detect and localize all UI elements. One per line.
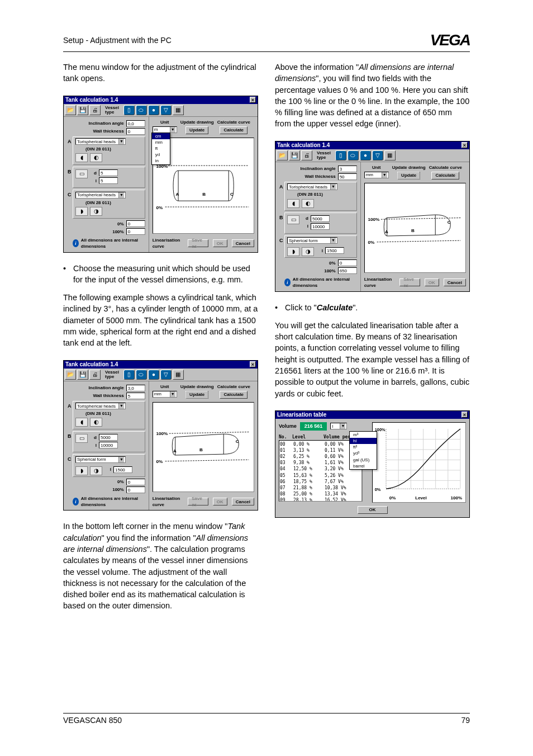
shape-a2-icon[interactable]: ◐ (302, 199, 314, 208)
shape-c2-icon[interactable]: ◑ (90, 466, 102, 475)
close-icon[interactable]: × (250, 97, 256, 103)
incl-angle-input[interactable]: 3 (338, 166, 357, 172)
pct100-input[interactable]: 0 (126, 486, 145, 493)
dialog-titlebar[interactable]: Linearisation table × (275, 411, 469, 419)
shape-a1-icon[interactable]: ◖ (75, 418, 88, 427)
unit-opt-mm[interactable]: mm (152, 139, 170, 145)
vessel-type-2-icon[interactable]: ⬭ (136, 370, 147, 380)
save-as-button[interactable]: Save as (399, 278, 420, 286)
print-icon[interactable]: 🖨 (89, 370, 101, 380)
incl-angle-input[interactable]: 0,0 (126, 120, 145, 127)
vessel-type-1-icon[interactable]: ▯ (335, 150, 346, 160)
vessel-type-2-icon[interactable]: ⬭ (136, 105, 147, 115)
save-icon[interactable]: 💾 (77, 370, 88, 380)
update-button[interactable]: Update (185, 391, 208, 399)
close-icon[interactable]: × (461, 142, 468, 148)
shape-c2-icon[interactable]: ◑ (302, 247, 314, 256)
b-d-input[interactable]: 5 (99, 169, 118, 176)
vessel-type-5-icon[interactable]: ▦ (173, 105, 184, 115)
save-as-button[interactable]: Save as (188, 498, 208, 505)
close-icon[interactable]: × (250, 361, 256, 367)
unit-opt-in[interactable]: in (152, 158, 170, 164)
incl-angle-input[interactable]: 3,0 (126, 385, 145, 391)
unit-opt-yd3[interactable]: yd³ (350, 450, 377, 456)
unit-opt-m3[interactable]: m³ (350, 432, 377, 438)
pct100-input[interactable]: 650 (338, 267, 357, 274)
shape-a2-icon[interactable]: ◐ (90, 418, 102, 427)
dialog-titlebar[interactable]: Tank calculation 1.4 × (275, 141, 469, 149)
pct0-input[interactable]: 0 (126, 220, 145, 227)
ok-button[interactable]: OK (213, 498, 227, 505)
c-l-input[interactable]: 1500 (325, 247, 344, 254)
wall-thick-input[interactable]: 0 (126, 128, 145, 135)
vessel-type-4-icon[interactable]: ▽ (372, 150, 383, 160)
shape-a2-icon[interactable]: ◐ (90, 153, 102, 162)
dialog-titlebar[interactable]: Tank calculation 1.4 × (64, 96, 258, 104)
pct100-input[interactable]: 0 (126, 228, 145, 235)
ok-button[interactable]: OK (425, 278, 439, 286)
vessel-type-3-icon[interactable]: ● (148, 105, 159, 115)
b-l-input[interactable]: 10000 (311, 223, 330, 230)
b-d-input[interactable]: 5000 (99, 434, 118, 441)
shape-c2-icon[interactable]: ◑ (90, 207, 102, 216)
vessel-type-5-icon[interactable]: ▦ (384, 150, 396, 160)
vessel-type-3-icon[interactable]: ● (360, 150, 371, 160)
cancel-button[interactable]: Cancel (232, 498, 254, 505)
vessel-type-4-icon[interactable]: ▽ (160, 105, 172, 115)
calculate-button[interactable]: Calculate (431, 172, 459, 179)
save-as-button[interactable]: Save as (188, 239, 208, 247)
section-a-select[interactable]: Torispherical heads▼ (75, 403, 126, 409)
shape-c1-icon[interactable]: ◗ (75, 207, 88, 216)
unit-opt-yd[interactable]: yd (152, 152, 170, 158)
unit-opt-cm[interactable]: cm (152, 133, 170, 139)
wall-thick-input[interactable]: 50 (338, 173, 357, 180)
section-c-select[interactable]: Spherical form▼ (287, 237, 337, 244)
shape-b-icon[interactable]: ▭ (75, 169, 88, 178)
shape-b-icon[interactable]: ▭ (287, 215, 299, 224)
vessel-type-4-icon[interactable]: ▽ (160, 370, 172, 380)
shape-a1-icon[interactable]: ◖ (287, 199, 299, 208)
cancel-button[interactable]: Cancel (232, 239, 254, 247)
dialog-titlebar[interactable]: Tank calculation 1.4 × (64, 361, 258, 368)
update-button[interactable]: Update (185, 126, 208, 134)
shape-a1-icon[interactable]: ◖ (75, 153, 88, 162)
print-icon[interactable]: 🖨 (301, 150, 312, 160)
wall-thick-input[interactable]: 5 (126, 393, 145, 399)
volume-unit-select[interactable]: l▼ (330, 423, 347, 429)
save-icon[interactable]: 💾 (289, 150, 300, 160)
unit-select[interactable]: mm▼ (153, 391, 177, 398)
c-l-input[interactable]: 1500 (113, 466, 132, 473)
calculate-button[interactable]: Calculate (220, 391, 248, 399)
b-l-input[interactable]: 10000 (99, 442, 118, 448)
vessel-type-3-icon[interactable]: ● (148, 370, 159, 380)
shape-c1-icon[interactable]: ◗ (75, 466, 88, 475)
open-icon[interactable]: 📂 (277, 150, 288, 160)
section-a-select[interactable]: Torispherical heads▼ (287, 183, 337, 190)
volume-unit-dropdown[interactable]: m³ hl ft³ yd³ gal (US) barrel (349, 431, 377, 470)
unit-opt-hl[interactable]: hl (350, 438, 377, 444)
open-icon[interactable]: 📂 (65, 105, 76, 115)
cancel-button[interactable]: Cancel (444, 278, 466, 286)
lin-ok-button[interactable]: OK (358, 506, 388, 514)
unit-opt-gal[interactable]: gal (US) (350, 457, 377, 463)
section-c-select[interactable]: Spherical form▼ (75, 456, 126, 463)
open-icon[interactable]: 📂 (65, 370, 76, 380)
vessel-type-1-icon[interactable]: ▯ (123, 105, 135, 115)
vessel-type-2-icon[interactable]: ⬭ (348, 150, 359, 160)
print-icon[interactable]: 🖨 (89, 105, 101, 115)
unit-opt-ft3[interactable]: ft³ (350, 444, 377, 450)
vessel-type-5-icon[interactable]: ▦ (173, 370, 184, 380)
close-icon[interactable]: × (461, 412, 468, 418)
calculate-button[interactable]: Calculate (220, 126, 248, 134)
unit-dropdown[interactable]: cm mm ft yd in (151, 133, 170, 165)
pct0-input[interactable]: 0 (126, 479, 145, 485)
shape-c1-icon[interactable]: ◗ (287, 247, 299, 256)
vessel-type-1-icon[interactable]: ▯ (123, 370, 135, 380)
section-c-select[interactable]: Torispherical heads▼ (75, 192, 126, 199)
save-icon[interactable]: 💾 (77, 105, 88, 115)
b-d-input[interactable]: 5000 (311, 215, 330, 222)
ok-button[interactable]: OK (213, 239, 227, 247)
shape-b-icon[interactable]: ▭ (75, 434, 88, 443)
update-button[interactable]: Update (397, 172, 420, 179)
b-l-input[interactable]: 5 (99, 177, 118, 184)
